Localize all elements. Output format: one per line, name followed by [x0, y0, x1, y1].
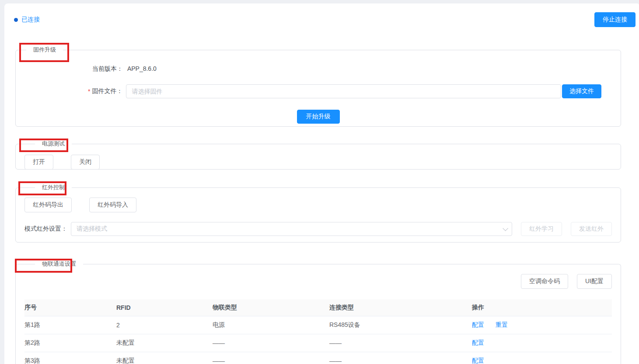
iot-channel-section-title: 物联通道设置: [35, 260, 83, 268]
configure-link[interactable]: 配置: [472, 321, 484, 328]
cell-seq: 第2路: [24, 334, 116, 352]
infrared-section: 红外控制 红外码导出 红外码导入 模式红外设置： 请选择模式 红外学习 发送红外: [15, 184, 621, 243]
cell-conn-type: ——: [329, 352, 472, 364]
cell-iot-type: 电源: [213, 316, 329, 334]
required-asterisk: *: [88, 88, 90, 95]
cell-conn-type: RS485设备: [329, 316, 472, 334]
connection-status: 已连接: [14, 16, 40, 24]
cell-rfid: 2: [116, 316, 213, 334]
cell-rfid: 未配置: [116, 352, 213, 364]
ir-mode-label: 模式红外设置：: [24, 225, 67, 233]
cell-seq: 第1路: [24, 316, 116, 334]
table-row: 第2路 未配置 —— —— 配置: [24, 334, 612, 352]
firmware-section: 固件升级 当前版本： APP_8.6.0 * 固件文件： 选择文件 开始升级: [15, 46, 621, 127]
choose-file-button[interactable]: 选择文件: [562, 84, 601, 98]
status-dot-icon: [14, 18, 18, 22]
power-off-button[interactable]: 关闭: [71, 155, 100, 170]
iot-channel-table: 序号 RFID 物联类型 连接类型 操作 第1路 2 电源 RS485设备 配置…: [24, 299, 612, 364]
reset-link[interactable]: 重置: [496, 321, 508, 328]
ir-learn-button[interactable]: 红外学习: [521, 222, 562, 236]
firmware-file-label: 固件文件：: [92, 87, 122, 95]
table-header-row: 序号 RFID 物联类型 连接类型 操作: [24, 299, 612, 316]
cell-rfid: 未配置: [116, 334, 213, 352]
power-test-section: 电源测试 打开 关闭: [15, 140, 621, 170]
stop-connection-button[interactable]: 停止连接: [594, 12, 636, 27]
cell-seq: 第3路: [24, 352, 116, 364]
ir-code-import-button[interactable]: 红外码导入: [89, 198, 136, 212]
cell-iot-type: ——: [213, 352, 329, 364]
col-header-rfid: RFID: [116, 299, 213, 316]
table-row: 第3路 未配置 —— —— 配置: [24, 352, 612, 364]
infrared-buttons-row: 红外码导出 红外码导入: [24, 198, 612, 212]
ac-command-code-button[interactable]: 空调命令码: [521, 274, 568, 289]
ir-mode-row: 模式红外设置： 请选择模式 红外学习 发送红外: [24, 222, 612, 236]
cell-actions: 配置: [472, 334, 612, 352]
cell-conn-type: ——: [329, 334, 472, 352]
firmware-file-input[interactable]: [126, 84, 561, 98]
power-test-section-title: 电源测试: [35, 140, 72, 148]
power-on-button[interactable]: 打开: [24, 155, 53, 170]
col-header-seq: 序号: [24, 299, 116, 316]
ir-mode-select[interactable]: 请选择模式: [71, 222, 512, 236]
current-version-row: 当前版本： APP_8.6.0: [92, 65, 621, 73]
firmware-section-title: 固件升级: [26, 46, 63, 54]
configure-link[interactable]: 配置: [472, 357, 484, 364]
ui-config-button[interactable]: UI配置: [577, 274, 612, 289]
iot-channel-section: 物联通道设置 空调命令码 UI配置 序号 RFID 物联类型 连接类型 操作 第…: [15, 260, 621, 364]
col-header-iot-type: 物联类型: [213, 299, 329, 316]
chevron-down-icon: [503, 225, 508, 231]
cell-iot-type: ——: [213, 334, 329, 352]
infrared-section-title: 红外控制: [35, 184, 72, 191]
table-row: 第1路 2 电源 RS485设备 配置 重置: [24, 316, 612, 334]
current-version-label: 当前版本：: [92, 65, 123, 72]
current-version-value: APP_8.6.0: [127, 65, 157, 72]
power-buttons-row: 打开 关闭: [24, 155, 621, 170]
start-upgrade-button[interactable]: 开始升级: [297, 110, 340, 124]
configure-link[interactable]: 配置: [472, 339, 484, 346]
col-header-actions: 操作: [472, 299, 612, 316]
cell-actions: 配置 重置: [472, 316, 612, 334]
upgrade-row: 开始升级: [16, 110, 621, 124]
status-bar: 已连接 停止连接: [4, 3, 639, 26]
ir-send-button[interactable]: 发送红外: [571, 222, 612, 236]
cell-actions: 配置: [472, 352, 612, 364]
main-panel: 已连接 停止连接 固件升级 当前版本： APP_8.6.0 * 固件文件： 选择…: [4, 3, 639, 364]
col-header-conn-type: 连接类型: [329, 299, 472, 316]
firmware-file-row: * 固件文件： 选择文件: [88, 84, 621, 98]
ir-mode-select-placeholder: 请选择模式: [77, 225, 107, 233]
status-label: 已连接: [21, 16, 40, 24]
ir-code-export-button[interactable]: 红外码导出: [24, 198, 72, 212]
iot-actions-row: 空调命令码 UI配置: [24, 274, 612, 289]
